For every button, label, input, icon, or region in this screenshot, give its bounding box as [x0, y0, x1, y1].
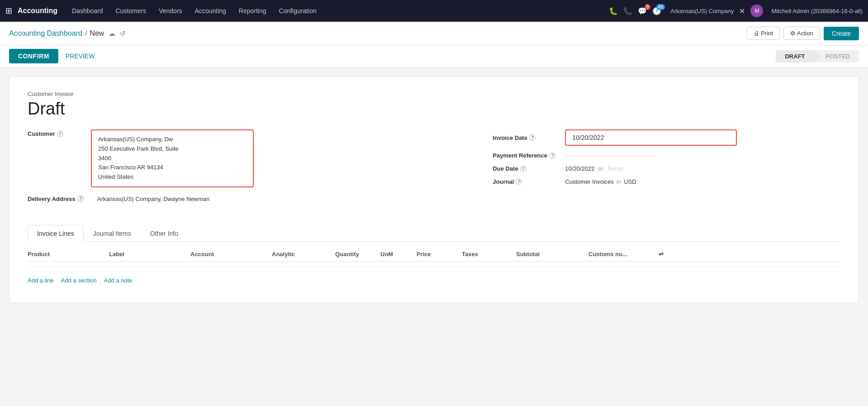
- payment-reference-label: Payment Reference ?: [493, 152, 565, 159]
- payment-reference-value[interactable]: [565, 155, 655, 156]
- currency-value: USD: [624, 178, 636, 185]
- table-header: Product Label Account Analytic Quantity …: [28, 251, 840, 262]
- print-button[interactable]: 🖨 Print: [747, 27, 780, 40]
- col-taxes: Taxes: [462, 251, 516, 258]
- nav-accounting[interactable]: Accounting: [190, 5, 232, 17]
- main-content: Customer Invoice Draft Customer ? Arkans…: [0, 67, 868, 401]
- delivery-address-label: Delivery Address ?: [28, 195, 91, 202]
- table-separator: [28, 267, 840, 267]
- col-price: Price: [417, 251, 462, 258]
- app-grid-icon[interactable]: ⊞: [5, 6, 12, 16]
- invoice-card: Customer Invoice Draft Customer ? Arkans…: [9, 76, 859, 303]
- breadcrumb-actions: 🖨 Print ⚙ Action Create: [747, 27, 859, 40]
- nav-dashboard[interactable]: Dashboard: [66, 5, 109, 17]
- customer-field-group: Customer ? Arkansas(US) Company, Dw 250 …: [28, 129, 474, 187]
- bug-icon[interactable]: 🐛: [609, 7, 618, 15]
- col-quantity: Quantity: [335, 251, 380, 258]
- tab-journal-items[interactable]: Journal Items: [84, 225, 141, 242]
- customer-line4: San Francisco AR 94134: [98, 163, 247, 172]
- due-date-label: Due Date ?: [493, 165, 565, 172]
- invoice-date-help-icon[interactable]: ?: [529, 134, 536, 141]
- invoice-fields: Customer ? Arkansas(US) Company, Dw 250 …: [28, 129, 840, 211]
- status-step-draft: DRAFT: [776, 50, 814, 62]
- customer-line3: 3400: [98, 154, 247, 163]
- due-date-row: Due Date ? 10/20/2022 or Terms: [493, 165, 840, 172]
- create-button[interactable]: Create: [824, 27, 859, 40]
- left-fields: Customer ? Arkansas(US) Company, Dw 250 …: [28, 129, 474, 211]
- activity-badge: 46: [656, 4, 665, 10]
- top-navigation: ⊞ Accounting Dashboard Customers Vendors…: [0, 0, 868, 22]
- col-analytic: Analytic: [272, 251, 335, 258]
- customer-label: Customer ?: [28, 129, 91, 137]
- customer-box[interactable]: Arkansas(US) Company, Dw 250 Executive P…: [91, 129, 254, 187]
- col-label: Label: [109, 251, 190, 258]
- action-button[interactable]: ⚙ Action: [783, 27, 820, 40]
- invoice-date-row: Invoice Date ? 10/20/2022: [493, 129, 840, 146]
- journal-label: Journal ?: [493, 178, 565, 185]
- user-name: Mitchell Admin (20366964-16-0-all): [771, 8, 863, 14]
- delivery-address-field-group: Delivery Address ? Arkansas(US) Company,…: [28, 195, 474, 204]
- cloud-save-icon[interactable]: ☁: [109, 29, 115, 38]
- invoice-tabs: Invoice Lines Journal Items Other Info: [28, 225, 840, 242]
- journal-row: Journal ? Customer Invoices in USD: [493, 178, 840, 185]
- user-avatar[interactable]: M: [750, 5, 763, 17]
- close-icon[interactable]: ✕: [739, 7, 745, 15]
- invoice-date-box[interactable]: 10/20/2022: [565, 129, 737, 146]
- journal-help-icon[interactable]: ?: [516, 179, 522, 185]
- tab-other-info[interactable]: Other Info: [141, 225, 188, 242]
- col-subtotal: Subtotal: [516, 251, 588, 258]
- terms-field[interactable]: Terms: [607, 165, 623, 172]
- add-section-button[interactable]: Add a section: [61, 277, 97, 284]
- chat-icon[interactable]: 💬9: [638, 7, 647, 15]
- add-line-button[interactable]: Add a line: [28, 277, 54, 284]
- col-uom: UoM: [380, 251, 417, 258]
- status-step-posted: POSTED: [815, 50, 859, 62]
- col-account: Account: [190, 251, 272, 258]
- breadcrumb-current: New: [90, 29, 104, 38]
- refresh-icon[interactable]: ↺: [120, 29, 126, 38]
- payment-reference-row: Payment Reference ?: [493, 152, 840, 159]
- customer-line2: 250 Executive Park Blvd, Suite: [98, 144, 247, 154]
- due-date-help-icon[interactable]: ?: [520, 166, 526, 172]
- nav-icons-group: 🐛 📞 💬9 🕐46 Arkansas(US) Company ✕ M Mitc…: [609, 5, 863, 17]
- preview-button[interactable]: PREVIEW: [58, 49, 102, 63]
- due-date-value: 10/20/2022: [565, 165, 594, 172]
- nav-customers[interactable]: Customers: [110, 5, 152, 17]
- delivery-address-value: Arkansas(US) Company, Dwayne Newman: [91, 195, 209, 204]
- or-label: or: [598, 165, 603, 172]
- delivery-help-icon[interactable]: ?: [77, 196, 84, 202]
- col-product: Product: [28, 251, 109, 258]
- status-bar: CONFIRM PREVIEW DRAFT POSTED: [0, 45, 868, 67]
- company-name: Arkansas(US) Company: [670, 8, 734, 14]
- chat-badge: 9: [645, 4, 651, 10]
- journal-value: Customer Invoices: [565, 178, 614, 185]
- col-customs: Customs nu...: [588, 251, 652, 258]
- invoice-draft-label: Draft: [28, 99, 840, 119]
- breadcrumb: Accounting Dashboard / New ☁ ↺: [9, 29, 747, 38]
- breadcrumb-separator: /: [85, 29, 87, 38]
- customer-line5: United States: [98, 172, 247, 182]
- col-settings-icon[interactable]: ⇌: [652, 251, 670, 258]
- nav-vendors[interactable]: Vendors: [153, 5, 187, 17]
- activity-icon[interactable]: 🕐46: [652, 7, 661, 15]
- in-label: in: [617, 178, 621, 185]
- customer-help-icon[interactable]: ?: [57, 131, 63, 137]
- right-fields: Invoice Date ? 10/20/2022 Payment Refere…: [493, 129, 840, 211]
- add-note-button[interactable]: Add a note: [104, 277, 133, 284]
- phone-icon[interactable]: 📞: [623, 7, 632, 15]
- brand-name: Accounting: [18, 7, 57, 15]
- invoice-date-value: 10/20/2022: [572, 134, 604, 141]
- invoice-date-label: Invoice Date ?: [493, 134, 565, 141]
- tab-invoice-lines[interactable]: Invoice Lines: [28, 225, 84, 242]
- breadcrumb-bar: Accounting Dashboard / New ☁ ↺ 🖨 Print ⚙…: [0, 22, 868, 45]
- status-steps: DRAFT POSTED: [776, 50, 859, 62]
- payment-ref-help-icon[interactable]: ?: [549, 153, 555, 159]
- customer-line1: Arkansas(US) Company, Dw: [98, 135, 247, 144]
- nav-reporting[interactable]: Reporting: [233, 5, 272, 17]
- confirm-button[interactable]: CONFIRM: [9, 49, 58, 63]
- table-actions: Add a line Add a section Add a note: [28, 272, 840, 289]
- breadcrumb-link[interactable]: Accounting Dashboard: [9, 29, 82, 38]
- invoice-type: Customer Invoice: [28, 91, 840, 97]
- nav-configuration[interactable]: Configuration: [274, 5, 322, 17]
